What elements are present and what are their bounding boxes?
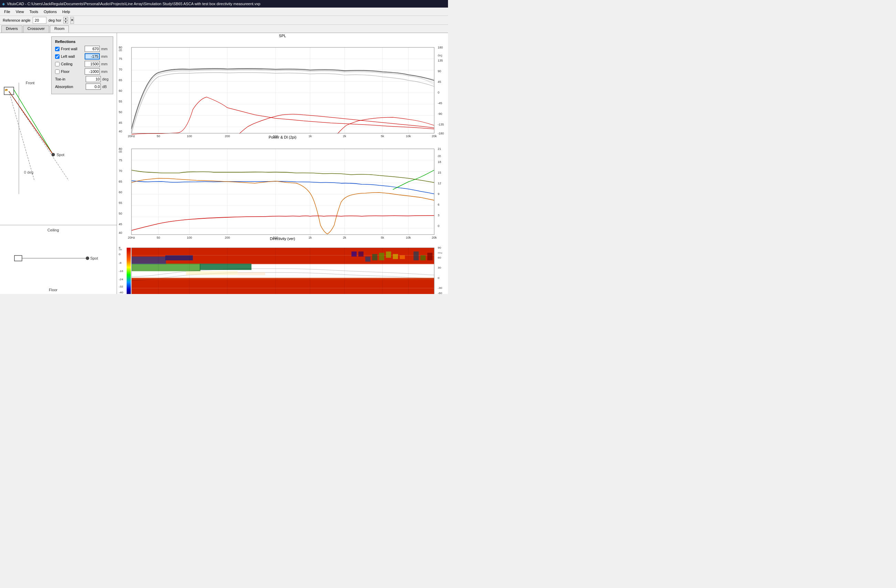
svg-text:deg: deg: [438, 252, 442, 254]
ref-angle-label: Reference angle: [3, 18, 30, 22]
floor-checkbox[interactable]: [55, 70, 59, 74]
ceiling-input[interactable]: [85, 61, 100, 67]
floor-unit: mm: [101, 70, 107, 74]
toe-in-row: Toe-in deg: [55, 76, 110, 82]
front-wall-checkbox[interactable]: [55, 47, 59, 51]
svg-text:65: 65: [119, 180, 122, 183]
left-wall-input[interactable]: [85, 53, 100, 59]
svg-text:0: 0: [438, 91, 439, 94]
directivity-chart-svg: 8 dB 0 -8 -16 -24 -32 -40 -48 90 deg 60 …: [117, 242, 448, 294]
toe-in-input[interactable]: [86, 76, 101, 82]
tab-crossover[interactable]: Crossover: [23, 26, 49, 33]
absorption-unit: dB: [102, 85, 107, 89]
tabs-bar: Drivers Crossover Room: [0, 25, 448, 33]
svg-text:50: 50: [119, 212, 122, 215]
menu-tools[interactable]: Tools: [26, 9, 41, 14]
power-chart-container: Power & DI (2pi) 80 dB 75 70 65 60 55 50…: [117, 134, 448, 236]
directivity-chart-container: Directivity (ver): [117, 236, 448, 294]
close-btn[interactable]: ✕: [70, 17, 74, 24]
spin-up[interactable]: ▲: [63, 17, 68, 20]
svg-text:60: 60: [438, 257, 442, 259]
ref-angle-spinner[interactable]: ▲ ▼: [63, 17, 68, 24]
floor-row: Floor mm: [55, 68, 110, 74]
svg-text:15: 15: [438, 171, 441, 174]
menu-view[interactable]: View: [13, 9, 27, 14]
svg-text:-60: -60: [438, 292, 442, 294]
svg-text:Floor: Floor: [49, 288, 58, 292]
svg-text:0 deg: 0 deg: [24, 170, 34, 174]
ceiling-unit: mm: [101, 62, 107, 66]
toe-in-unit: deg: [102, 77, 108, 81]
svg-rect-163: [366, 257, 370, 262]
svg-text:📻: 📻: [5, 88, 8, 91]
svg-text:-90: -90: [438, 112, 442, 115]
tab-drivers[interactable]: Drivers: [2, 26, 22, 33]
svg-text:40: 40: [119, 231, 122, 234]
title-bar: ◈ VituixCAD - C:\Users\JackRegula\Docume…: [0, 0, 448, 8]
svg-rect-169: [407, 257, 412, 262]
menu-bar: File View Tools Options Help: [0, 8, 448, 16]
svg-rect-168: [400, 255, 405, 259]
svg-point-9: [52, 153, 55, 156]
svg-text:45: 45: [119, 222, 122, 226]
svg-rect-19: [117, 38, 448, 140]
svg-rect-170: [414, 251, 419, 260]
svg-text:dB: dB: [119, 49, 122, 52]
toolbar: Reference angle deg hor ▲ ▼ ✕: [0, 16, 448, 25]
svg-text:12: 12: [438, 182, 441, 185]
svg-rect-161: [351, 251, 357, 257]
svg-text:45: 45: [119, 121, 122, 124]
main-content: Front 📻: [0, 33, 448, 294]
svg-text:75: 75: [119, 57, 122, 61]
absorption-input[interactable]: [86, 84, 101, 90]
svg-rect-166: [386, 251, 391, 258]
svg-text:-40: -40: [119, 291, 123, 294]
svg-text:135: 135: [438, 59, 443, 62]
svg-text:dB: dB: [119, 150, 122, 153]
menu-help[interactable]: Help: [59, 9, 73, 14]
svg-text:60: 60: [119, 89, 122, 93]
svg-point-17: [86, 257, 89, 260]
room-diagram-bottom: Ceiling Floor Spot: [0, 225, 117, 294]
svg-rect-141: [200, 264, 251, 270]
svg-text:0: 0: [119, 254, 121, 256]
svg-rect-143: [165, 255, 193, 260]
svg-rect-158: [186, 271, 238, 275]
svg-text:45: 45: [438, 80, 441, 84]
floor-input[interactable]: [85, 68, 100, 74]
deg-hor-label: deg hor: [49, 18, 61, 22]
spin-down[interactable]: ▼: [63, 20, 68, 24]
reflections-title: Reflections: [55, 40, 110, 44]
svg-text:-16: -16: [119, 270, 123, 273]
left-wall-row: Left wall mm: [55, 53, 110, 59]
left-wall-label: Left wall: [61, 54, 83, 58]
svg-rect-138: [131, 278, 434, 294]
svg-rect-12: [0, 225, 117, 294]
toe-in-label: Toe-in: [55, 77, 84, 81]
front-wall-row: Front wall mm: [55, 46, 110, 52]
svg-text:55: 55: [119, 201, 122, 205]
menu-file[interactable]: File: [2, 9, 13, 14]
left-wall-checkbox[interactable]: [55, 54, 59, 59]
svg-text:-24: -24: [119, 278, 123, 281]
svg-text:40: 40: [119, 130, 122, 133]
svg-text:21: 21: [438, 147, 441, 150]
front-wall-input[interactable]: [85, 46, 100, 52]
svg-rect-70: [117, 140, 448, 241]
tab-room[interactable]: Room: [50, 26, 69, 33]
svg-rect-171: [421, 255, 426, 260]
svg-text:75: 75: [119, 158, 122, 162]
absorption-label: Absorption: [55, 85, 84, 89]
svg-text:18: 18: [438, 160, 441, 164]
ref-angle-input[interactable]: [33, 17, 46, 24]
ceiling-checkbox[interactable]: [55, 62, 59, 66]
svg-text:50: 50: [119, 110, 122, 114]
menu-options[interactable]: Options: [41, 9, 59, 14]
svg-rect-157: [131, 278, 434, 280]
svg-text:dB: dB: [438, 154, 441, 158]
app-icon: ◈: [2, 2, 5, 6]
title-text: VituixCAD - C:\Users\JackRegula\Document…: [7, 2, 261, 6]
svg-text:3: 3: [438, 214, 439, 217]
svg-text:55: 55: [119, 100, 122, 103]
svg-text:70: 70: [119, 68, 122, 71]
